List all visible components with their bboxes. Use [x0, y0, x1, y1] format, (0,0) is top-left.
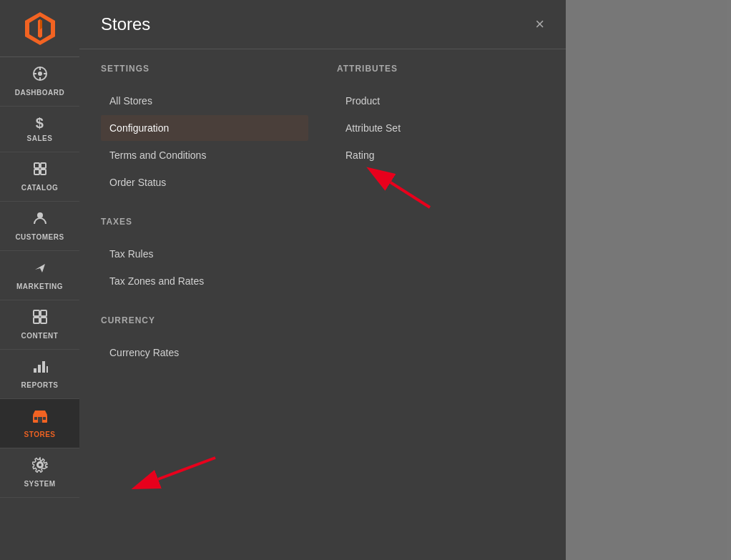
sidebar-item-sales[interactable]: $ SALES	[0, 107, 79, 152]
settings-section: Settings All Stores Configuration Terms …	[101, 64, 308, 195]
modal-close-button[interactable]: ×	[535, 16, 544, 32]
stores-modal: Stores × Settings All Stores Configurati…	[79, 0, 566, 560]
modal-body: Settings All Stores Configuration Terms …	[79, 49, 566, 560]
sidebar: DASHBOARD $ SALES CATALOG CUSTOMERS	[0, 0, 79, 560]
terms-conditions-item[interactable]: Terms and Conditions	[101, 142, 308, 168]
sidebar-item-catalog-label: CATALOG	[21, 184, 58, 192]
marketing-icon	[32, 260, 48, 280]
svg-rect-16	[34, 310, 39, 316]
taxes-section: Taxes Tax Rules Tax Zones and Rates	[101, 217, 308, 294]
sidebar-item-content-label: CONTENT	[21, 332, 59, 340]
product-item[interactable]: Product	[337, 88, 544, 114]
svg-rect-26	[34, 417, 37, 420]
svg-rect-23	[46, 366, 48, 373]
sidebar-item-system-label: SYSTEM	[24, 480, 55, 488]
svg-rect-18	[34, 318, 39, 323]
svg-rect-14	[41, 170, 46, 175]
rating-item[interactable]: Rating	[337, 142, 544, 168]
sidebar-item-stores[interactable]: STORES	[0, 399, 79, 448]
svg-rect-19	[41, 318, 46, 323]
sidebar-item-content[interactable]: CONTENT	[0, 300, 79, 350]
settings-heading: Settings	[101, 64, 308, 77]
currency-heading: Currency	[101, 315, 308, 329]
system-icon	[32, 457, 48, 477]
reports-icon	[32, 358, 48, 378]
sidebar-item-stores-label: STORES	[24, 431, 56, 439]
dashboard-icon	[32, 66, 48, 86]
svg-rect-22	[42, 361, 45, 373]
svg-marker-3	[38, 19, 40, 29]
sales-icon: $	[36, 115, 44, 132]
modal-title: Stores	[101, 14, 150, 34]
attribute-set-item[interactable]: Attribute Set	[337, 115, 544, 141]
svg-rect-13	[34, 170, 39, 175]
modal-header: Stores ×	[79, 0, 566, 49]
modal-left-column: Settings All Stores Configuration Terms …	[101, 64, 308, 546]
sidebar-item-reports[interactable]: REPORTS	[0, 350, 79, 399]
stores-icon	[32, 408, 48, 428]
order-status-item[interactable]: Order Status	[101, 170, 308, 195]
sidebar-item-sales-label: SALES	[27, 134, 53, 143]
all-stores-item[interactable]: All Stores	[101, 88, 308, 114]
svg-rect-21	[38, 365, 41, 373]
svg-rect-12	[41, 163, 46, 168]
modal-right-column: Attributes Product Attribute Set Rating	[337, 64, 544, 546]
magento-logo-icon	[22, 11, 58, 46]
sidebar-item-marketing[interactable]: MARKETING	[0, 251, 79, 300]
currency-section: Currency Currency Rates	[101, 315, 308, 365]
svg-rect-11	[34, 163, 39, 168]
sidebar-logo	[0, 0, 79, 57]
sidebar-item-reports-label: REPORTS	[21, 381, 59, 390]
sidebar-item-system[interactable]: SYSTEM	[0, 448, 79, 498]
sidebar-item-customers-label: CUSTOMERS	[15, 233, 64, 242]
svg-point-15	[37, 212, 43, 218]
svg-point-6	[38, 72, 42, 76]
svg-marker-4	[40, 19, 42, 29]
taxes-heading: Taxes	[101, 217, 308, 230]
customers-icon	[32, 210, 48, 230]
sidebar-item-marketing-label: MARKETING	[16, 283, 63, 291]
content-icon	[32, 309, 48, 329]
tax-rules-item[interactable]: Tax Rules	[101, 241, 308, 267]
attributes-section: Attributes Product Attribute Set Rating	[337, 64, 544, 168]
currency-rates-item[interactable]: Currency Rates	[101, 340, 308, 365]
svg-rect-25	[38, 417, 42, 423]
svg-rect-27	[43, 417, 46, 420]
attributes-heading: Attributes	[337, 64, 544, 77]
tax-zones-item[interactable]: Tax Zones and Rates	[101, 268, 308, 294]
svg-rect-17	[41, 310, 46, 316]
configuration-item[interactable]: Configuration	[101, 115, 308, 141]
svg-rect-20	[34, 368, 36, 373]
sidebar-item-dashboard[interactable]: DASHBOARD	[0, 57, 79, 107]
catalog-icon	[32, 161, 48, 181]
main-content: neral eckout Totals Sort Order order ow …	[79, 0, 731, 560]
sidebar-item-dashboard-label: DASHBOARD	[15, 89, 65, 97]
sidebar-item-catalog[interactable]: CATALOG	[0, 152, 79, 202]
sidebar-item-customers[interactable]: CUSTOMERS	[0, 202, 79, 251]
